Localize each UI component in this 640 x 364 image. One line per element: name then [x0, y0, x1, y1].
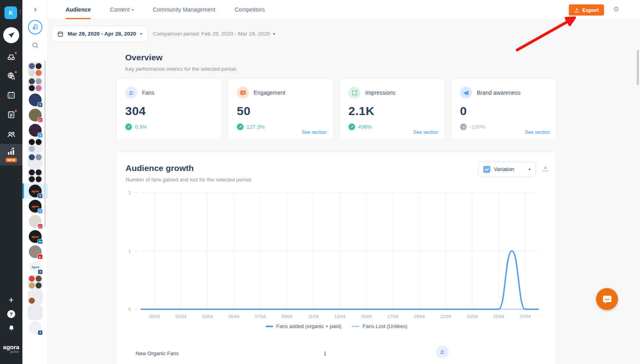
nav-tab[interactable]: Content ▾ [110, 0, 134, 19]
fans-person-icon [436, 346, 449, 358]
see-section-link[interactable]: See section [302, 129, 327, 135]
chat-widget-button[interactable] [596, 288, 618, 310]
profile-avatar [28, 168, 43, 183]
metric-label: Impressions [365, 90, 395, 96]
profiles-rail: › [22, 0, 48, 364]
profile-avatar [28, 77, 43, 92]
svg-text:21/04: 21/04 [440, 314, 452, 319]
metric-icon [237, 87, 249, 99]
export-button[interactable]: Export [569, 4, 604, 16]
nav-tab-label: Community Management [153, 6, 215, 13]
metric-card: Engagement 50 ↗ 127.3% See section [228, 78, 334, 140]
profile-item[interactable] [22, 305, 48, 320]
sidebar-item-notifications[interactable] [0, 324, 22, 334]
delta-value: -100% [470, 124, 485, 130]
sidebar-item-publishing[interactable] [0, 110, 22, 121]
profile-item[interactable]: agora ▶ [22, 244, 48, 259]
profile-item[interactable]: f [22, 320, 48, 335]
chart-download-icon[interactable] [542, 165, 549, 173]
profile-avatar: Agora f [29, 261, 42, 273]
profile-item[interactable] [22, 274, 48, 290]
nav-tab[interactable]: Community Management [153, 0, 215, 19]
see-section-link[interactable]: See section [525, 129, 550, 135]
svg-text:23/04: 23/04 [467, 314, 478, 319]
metric-cards: Fans 304 ↗ 0.3% Engagement 50 ↗ 127.3% [116, 78, 557, 140]
chevron-down-icon: ▾ [273, 32, 275, 36]
sidebar-item-fans[interactable] [0, 130, 22, 141]
legend-label: Fans added (organic + paid) [276, 323, 342, 329]
chart-type-label: Variation [494, 166, 525, 172]
page-scrollbar[interactable] [637, 50, 639, 85]
profile-item[interactable] [22, 290, 48, 305]
bell-icon [8, 324, 15, 334]
gear-icon[interactable]: ⚙ [613, 5, 619, 14]
rail-scrollbar[interactable] [44, 60, 46, 227]
legend-item[interactable]: Fans Lost (Unlikes) [352, 323, 407, 329]
svg-text:11/04: 11/04 [308, 314, 319, 319]
legend-label: Fans Lost (Unlikes) [362, 323, 407, 329]
expand-rail-icon[interactable]: › [34, 5, 37, 13]
chart-type-select[interactable]: Variation ▾ [478, 162, 536, 177]
sidebar-item-calendar[interactable] [0, 91, 22, 101]
profile-avatar [29, 109, 42, 121]
profile-avatar: agora t [29, 200, 42, 213]
profile-avatar [28, 62, 43, 77]
network-badge-icon: t [38, 209, 43, 214]
metric-icon [460, 87, 472, 99]
comparison-period-picker[interactable]: Comparison period: Feb 29, 2020 - Mar 28… [153, 26, 275, 42]
main-area: Audience Content ▾ Community Management … [48, 0, 640, 364]
network-badge-icon: f [38, 193, 43, 199]
profile-avatar: agora in [29, 230, 42, 243]
network-badge-icon: f [38, 269, 43, 274]
svg-text:0: 0 [128, 307, 131, 312]
agorapulse-logo[interactable]: agora pulse [0, 344, 22, 354]
chat-bubble-icon [602, 294, 613, 305]
trend-arrow-icon: ↗ [125, 123, 132, 130]
profile-avatar-text: Agora [31, 266, 39, 269]
metric-card: Brand awareness 0 ↘ -100% See section [451, 78, 557, 140]
trend-arrow-icon: ↗ [348, 123, 355, 130]
metric-card: Impressions 2.1K ↗ 436% See section [339, 78, 445, 140]
date-range-picker[interactable]: Mar 29, 2020 - Apr 28, 2020 ▾ [51, 26, 148, 42]
sidebar-item-help[interactable]: ? [0, 310, 22, 318]
network-badge-icon [38, 224, 43, 229]
sidebar-item-listening[interactable] [0, 72, 22, 82]
network-badge-icon: f [38, 330, 43, 335]
profile-item[interactable]: Agora f [22, 259, 48, 274]
sidebar-item-inbox[interactable] [0, 52, 22, 63]
metric-label: Engagement [254, 90, 285, 96]
sidebar-item-reports-active[interactable]: NEW [0, 144, 22, 165]
notification-dot [14, 109, 18, 113]
sidebar-item-create[interactable]: + [0, 295, 22, 305]
profile-avatar [29, 215, 42, 228]
workspace-menu-icon[interactable]: ⋮ [18, 9, 23, 15]
profile-avatar [28, 305, 43, 320]
paper-plane-icon[interactable] [3, 27, 19, 43]
profile-avatar: agora f [29, 185, 42, 197]
metric-value: 50 [237, 104, 324, 118]
overview-subtitle: Key performance metrics for the selected… [125, 66, 237, 72]
see-section-link[interactable]: See section [413, 129, 438, 135]
nav-tab-label: Content [110, 6, 130, 13]
trend-arrow-icon: ↗ [237, 123, 244, 130]
new-badge: NEW [6, 158, 17, 162]
add-report-button[interactable] [28, 20, 42, 34]
profile-avatar-text: agora [32, 190, 39, 193]
metric-card: Fans 304 ↗ 0.3% [116, 78, 222, 140]
search-icon[interactable] [32, 42, 39, 51]
metric-delta: ↗ 0.3% [125, 123, 147, 130]
delta-value: 436% [358, 124, 372, 130]
calendar-icon [57, 31, 64, 37]
workspace-avatar[interactable]: K [4, 6, 17, 19]
metric-label: Fans [142, 90, 154, 96]
nav-tab-label: Competitors [235, 6, 265, 13]
legend-item[interactable]: Fans added (organic + paid) [266, 323, 342, 329]
svg-text:15/04: 15/04 [361, 314, 372, 319]
profile-item[interactable]: agora in [22, 229, 48, 244]
caret-down-icon: ▾ [528, 167, 530, 171]
nav-tab[interactable]: Competitors [235, 0, 265, 19]
profile-avatar [28, 290, 43, 305]
nav-tab[interactable]: Audience [66, 0, 91, 19]
profile-avatar [28, 153, 43, 168]
svg-text:01/04: 01/04 [176, 314, 187, 319]
